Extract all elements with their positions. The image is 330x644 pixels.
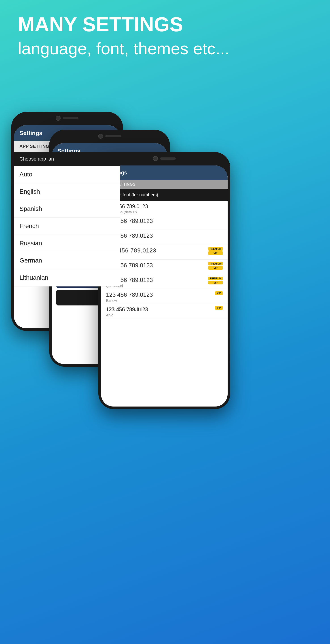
- rubik-badge-vip: VIP: [208, 266, 223, 270]
- header-subtitle: language, font, themes etc...: [18, 38, 312, 60]
- font-name-oswald: Oswald: [106, 254, 223, 258]
- rubik-badge-premium: PREMIUM: [208, 262, 223, 266]
- font-sample-ptsans: 123 456 789.0123: [106, 232, 223, 239]
- font-sample-barlow: 123 456 789.0123: [106, 291, 223, 298]
- oswald-badge-vip: VIP: [208, 251, 223, 255]
- phone2-notch: [98, 134, 121, 139]
- phone1-camera: [56, 116, 60, 121]
- font-sample-rubik: 123 456 789.0123: [106, 262, 223, 269]
- barlow-badges: VIP: [215, 291, 223, 295]
- font-name-barlow: Barlow: [106, 299, 223, 303]
- font-item-arvo[interactable]: 123 456 789.0123 Arvo VIP: [101, 304, 228, 318]
- font-sample-quicksand: 123 456 789.0123: [106, 276, 223, 284]
- language-dropdown: Choose app lan Auto English Spanish Fren…: [14, 152, 120, 286]
- oswald-badges: PREMIUM VIP: [208, 247, 223, 255]
- dropdown-header: Choose app lan: [14, 152, 120, 166]
- phone1-notch: [56, 116, 78, 121]
- oswald-badge-premium: PREMIUM: [208, 247, 223, 251]
- lang-english[interactable]: English: [14, 183, 120, 200]
- arvo-badge-vip: VIP: [215, 306, 223, 310]
- lang-auto[interactable]: Auto: [14, 166, 120, 183]
- phone3-camera: [153, 156, 158, 161]
- header-section: MANY SETTINGS language, font, themes etc…: [18, 14, 312, 60]
- lang-russian[interactable]: Russian: [14, 235, 120, 252]
- barlow-badge-vip: VIP: [215, 291, 223, 295]
- font-item-barlow[interactable]: 123 456 789.0123 Barlow VIP: [101, 289, 228, 304]
- arvo-badges: VIP: [215, 306, 223, 310]
- quicksand-badges: PREMIUM VIP: [208, 276, 223, 284]
- font-name-ptsans: PT Sans: [106, 240, 223, 244]
- phones-container: Settings APP SETTINGS Conversion Thousan…: [0, 112, 330, 644]
- phone3-notch: [153, 156, 176, 161]
- font-name-comfortaa: Comfortaa (default): [106, 210, 223, 214]
- font-sample-arvo: 123 456 789.0123: [106, 306, 223, 313]
- phone1-speaker: [63, 117, 78, 120]
- font-name-roboto: Roboto: [106, 225, 223, 229]
- phone2-camera: [98, 134, 103, 139]
- font-name-quicksand: Quicksand: [106, 284, 223, 288]
- font-name-rubik: Rubik: [106, 269, 223, 273]
- font-sample-comfortaa: 123 456 789.0123: [106, 203, 223, 210]
- font-sample-roboto: 123 456 789.0123: [106, 218, 223, 224]
- phone3-speaker: [160, 158, 176, 160]
- rubik-badges: PREMIUM VIP: [208, 262, 223, 270]
- quicksand-badge-vip: VIP: [208, 281, 223, 284]
- font-name-arvo: Arvo: [106, 313, 223, 317]
- lang-lithuanian[interactable]: Lithuanian: [14, 269, 120, 286]
- font-sample-oswald: 123 456 789.0123: [106, 247, 223, 254]
- lang-german[interactable]: German: [14, 252, 120, 269]
- lang-french[interactable]: French: [14, 218, 120, 235]
- quicksand-badge-premium: PREMIUM: [208, 276, 223, 280]
- header-title: MANY SETTINGS: [18, 14, 312, 36]
- lang-spanish[interactable]: Spanish: [14, 200, 120, 218]
- phone2-speaker: [105, 135, 121, 137]
